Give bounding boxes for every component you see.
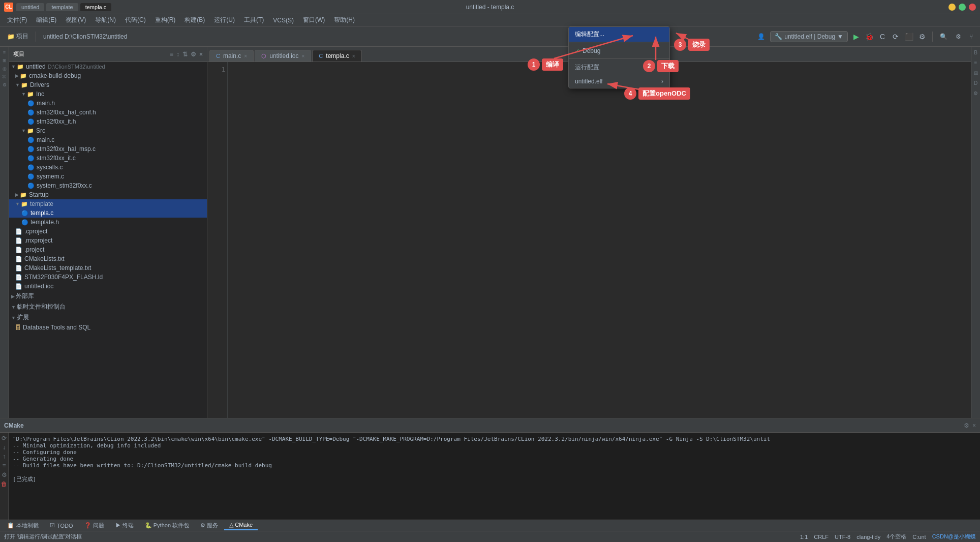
list-item[interactable]: 📄 untitled.ioc [9,282,207,291]
menu-tools[interactable]: 工具(T) [240,15,268,25]
menu-build[interactable]: 构建(B) [180,15,209,25]
build-icon-6[interactable]: 🗑 [1,480,7,488]
menu-window[interactable]: 窗口(W) [299,15,329,25]
maximize-button[interactable] [959,4,966,11]
title-tab-template[interactable]: template [46,3,78,11]
menu-help[interactable]: 帮助(H) [330,15,359,25]
title-tab-untitled[interactable]: untitled [16,3,44,11]
sidebar-item-template[interactable]: ▼ 📁 template [9,199,207,208]
list-item[interactable]: 📄 .project [9,245,207,254]
file-icon: 🔵 [27,100,35,107]
menu-file[interactable]: 文件(F) [3,15,31,25]
bottom-tab-terminal[interactable]: ▶ 终端 [110,521,139,530]
toolbar-settings-icon[interactable]: ⚙ [953,32,964,42]
menu-view[interactable]: 视图(V) [62,15,90,25]
list-item[interactable]: 🔵 main.h [9,99,207,108]
tree-icon-expand[interactable]: ⇅ [182,51,188,58]
sidebar-item-templac[interactable]: 🔵 templa.c [9,208,207,218]
tab-close-templa[interactable]: × [352,53,355,59]
bottom-icon-settings[interactable]: ⚙ [964,422,969,429]
menu-vcs[interactable]: VCS(S) [269,16,298,25]
bottom-tab-python[interactable]: 🐍 Python 软件包 [140,521,194,530]
list-item[interactable]: 🔵 stm32f0xx_hal_conf.h [9,108,207,117]
menu-edit[interactable]: 编辑(E) [32,15,60,25]
build-icon-1[interactable]: ⟳ [2,435,7,442]
menu-run[interactable]: 运行(U) [210,15,239,25]
title-tab-templa[interactable]: templa.c [80,3,112,11]
right-icon-5[interactable]: ⚙ [972,89,979,97]
bottom-tab-cmake[interactable]: △ CMake [224,521,258,530]
dropdown-item-edit-config[interactable]: 编辑配置... [569,27,669,42]
list-item[interactable]: 🔵 template.h [9,218,207,227]
run-button[interactable]: ▶ [850,31,862,43]
tab-templa-c[interactable]: C templa.c × [312,50,361,62]
tree-icon-sort[interactable]: ↕ [176,51,179,58]
bottom-tab-problems[interactable]: ❓ 问题 [79,521,109,530]
list-item[interactable]: 🗄 Database Tools and SQL [9,323,207,332]
settings-run-button[interactable]: ⚙ [916,31,928,43]
list-item[interactable]: ▶ 📁 Startup [9,190,207,199]
tree-root[interactable]: ▼ 📁 untitled D:\ClionSTM32\untitled [9,62,207,71]
tree-icon-gear[interactable]: ≡ [170,51,173,58]
bottom-tab-services[interactable]: ⚙ 服务 [195,521,223,530]
sidebar-icon-4[interactable]: ⌘ [1,73,8,80]
list-item[interactable]: 🔵 sysmem.c [9,172,207,181]
right-icon-1[interactable]: B [972,49,979,56]
menu-code[interactable]: 代码(C) [121,15,150,25]
tab-close-main[interactable]: × [244,53,247,59]
right-icon-4[interactable]: D [972,79,979,86]
toolbar-breadcrumb[interactable]: untitled D:\ClionSTM32\untitled [40,32,130,42]
run-config-dropdown[interactable]: 🔧 untitled.elf | Debug ▼ [770,31,848,42]
list-item[interactable]: 📄 STM32F030F4PX_FLASH.ld [9,273,207,282]
list-item[interactable]: 🔵 stm32f0xx_it.h [9,117,207,126]
sidebar-icon-1[interactable]: ≡ [1,49,8,56]
list-item[interactable]: 🔵 main.c [9,135,207,144]
user-icon[interactable]: 👤 [754,32,768,42]
profile-button[interactable]: ⟳ [890,31,902,43]
list-item[interactable]: 📄 .mxproject [9,236,207,245]
bottom-tab-todo[interactable]: ☑ TODO [45,521,78,530]
dropdown-item-debug[interactable]: ✓ Debug [569,44,669,57]
list-item[interactable]: ▶ 📁 cmake-build-debug [9,71,207,80]
tab-main-c[interactable]: C main.c × [209,50,254,62]
right-icon-3[interactable]: ⊞ [972,69,979,76]
build-icon-5[interactable]: ⚙ [2,471,7,478]
menu-refactor[interactable]: 重构(R) [151,15,180,25]
sidebar-icon-3[interactable]: ◎ [1,65,8,72]
menu-navigate[interactable]: 导航(N) [91,15,120,25]
coverage-button[interactable]: C [876,31,889,43]
list-item[interactable]: 🔵 stm32f0xx_it.c [9,154,207,163]
toolbar-git-icon[interactable]: ⑂ [966,32,976,42]
list-item[interactable]: ▼ 扩展 [9,312,207,323]
minimize-button[interactable] [948,4,956,11]
list-item[interactable]: ▶ 外部库 [9,291,207,302]
list-item[interactable]: 🔵 stm32f0xx_hal_msp.c [9,144,207,154]
list-item[interactable]: 📄 CMakeLists.txt [9,254,207,263]
tab-close-ioc[interactable]: × [302,53,305,59]
toolbar-search-icon[interactable]: 🔍 [937,32,951,42]
debug-button[interactable]: 🐞 [863,31,875,43]
tree-icon-settings[interactable]: ⚙ [191,51,196,58]
tab-untitled-ioc[interactable]: ⬡ untitled.ioc × [255,50,311,62]
dropdown-item-untitled-elf[interactable]: untitled.elf › [569,75,669,88]
code-editor[interactable] [228,62,971,418]
list-item[interactable]: 📄 .cproject [9,227,207,236]
sidebar-icon-2[interactable]: ⊞ [1,57,8,64]
right-icon-2[interactable]: ≡ [972,59,979,66]
tree-icon-close[interactable]: × [199,51,203,58]
list-item[interactable]: ▼ 📁 Drivers [9,80,207,89]
build-icon-2[interactable]: ↓ [3,444,6,451]
list-item[interactable]: 🔵 system_stm32f0xx.c [9,181,207,190]
list-item[interactable]: ▼ 📁 Inc [9,89,207,99]
list-item[interactable]: ▼ 临时文件和控制台 [9,302,207,312]
bottom-tab-local[interactable]: 📋 本地制裁 [2,521,44,530]
close-button[interactable] [969,4,976,11]
stop-button[interactable]: ⬛ [903,31,915,43]
build-icon-4[interactable]: ≡ [2,462,6,469]
build-icon-3[interactable]: ↑ [3,453,6,460]
list-item[interactable]: ▼ 📁 Src [9,126,207,135]
sidebar-icon-5[interactable]: ⚙ [1,81,8,88]
list-item[interactable]: 🔵 syscalls.c [9,163,207,172]
list-item[interactable]: 📄 CMakeLists_template.txt [9,263,207,273]
bottom-icon-close[interactable]: × [972,422,976,429]
